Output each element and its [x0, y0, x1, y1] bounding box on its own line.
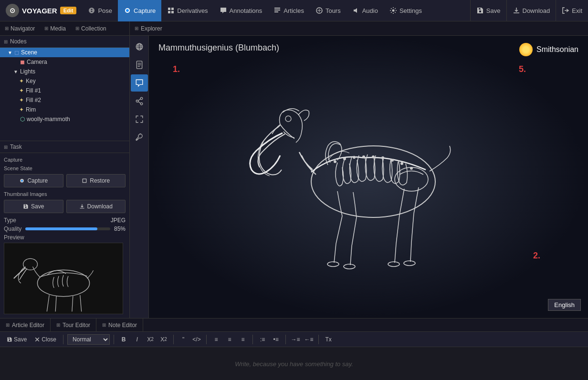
media-grid-icon: ⊞: [44, 26, 48, 31]
indent-button[interactable]: →≡: [290, 334, 301, 345]
svg-point-43: [344, 264, 355, 269]
preview-svg: [4, 243, 123, 314]
article-editor-grid-icon: ⊞: [6, 322, 10, 328]
svg-point-53: [353, 156, 356, 159]
tab-media-label: Media: [50, 25, 66, 32]
editor-toolbar: Save Close Normal Heading 1 Heading 2 He…: [0, 332, 588, 347]
nav-right-area: Save Download Exit: [470, 0, 588, 21]
superscript-button[interactable]: X2: [158, 334, 169, 345]
nav-annotations[interactable]: Annotations: [214, 0, 268, 21]
align-center-button[interactable]: ≡: [224, 334, 235, 345]
expand-icon[interactable]: [131, 111, 148, 128]
thumbnail-download-button[interactable]: Download: [66, 200, 126, 213]
svg-point-58: [400, 162, 403, 165]
exit-button[interactable]: Exit: [556, 0, 588, 21]
tree-item-scene[interactable]: ▼ ◻ Scene: [0, 48, 129, 57]
key-light-icon: ✦: [19, 78, 24, 84]
svg-point-49: [404, 261, 415, 266]
tree-item-camera[interactable]: ◼ Camera: [0, 57, 129, 67]
collection-grid-icon: ⊞: [75, 26, 79, 31]
tools-icon[interactable]: [131, 129, 148, 146]
tab-article-editor[interactable]: ⊞ Article Editor: [0, 318, 51, 331]
thumbnail-save-button[interactable]: Save: [4, 200, 63, 213]
type-row: Type JPEG: [4, 217, 126, 224]
left-panel: ⊞ Nodes ▼ ◻ Scene ◼ Camera ▼ Lights: [0, 36, 130, 318]
share-icon[interactable]: [131, 92, 148, 110]
nav-audio[interactable]: Audio: [346, 0, 384, 21]
svg-point-54: [362, 155, 365, 158]
download-button[interactable]: Download: [506, 0, 556, 21]
tab-note-editor[interactable]: ⊞ Note Editor: [96, 318, 143, 331]
svg-point-59: [410, 167, 413, 170]
svg-line-33: [138, 99, 140, 101]
svg-line-39: [334, 244, 336, 263]
editor-save-button[interactable]: Save: [4, 335, 30, 344]
tree-key-label: Key: [26, 78, 36, 84]
nav-tours[interactable]: Tours: [310, 0, 346, 21]
app-name: VOYAGER: [22, 7, 57, 15]
svg-line-45: [395, 244, 396, 263]
nav-pose[interactable]: Pose: [82, 0, 118, 21]
annotation-label-2: 2.: [533, 251, 540, 261]
editor-close-button[interactable]: Close: [32, 335, 59, 344]
chat-icon[interactable]: [131, 74, 148, 92]
align-right-button[interactable]: ≡: [237, 334, 249, 345]
tree-item-rim[interactable]: ✦ Rim: [0, 105, 129, 114]
restore-button[interactable]: Restore: [66, 174, 126, 187]
italic-button[interactable]: I: [131, 334, 143, 345]
tree-fill2-label: Fill #2: [26, 97, 41, 103]
align-left-button[interactable]: ≡: [210, 334, 222, 345]
thumbnail-download-label: Download: [87, 203, 113, 210]
tab-media[interactable]: ⊞ Media: [40, 21, 71, 35]
language-badge[interactable]: English: [548, 299, 581, 311]
save-label: Save: [486, 7, 501, 14]
subscript-button[interactable]: X2: [145, 334, 156, 345]
nav-articles[interactable]: Articles: [268, 0, 310, 21]
format-select[interactable]: Normal Heading 1 Heading 2 Heading 3: [67, 334, 110, 345]
bold-button[interactable]: B: [118, 334, 129, 345]
tree-lights-label: Lights: [20, 68, 35, 75]
svg-point-52: [343, 157, 346, 160]
svg-rect-6: [274, 8, 280, 9]
tab-tour-editor[interactable]: ⊞ Tour Editor: [51, 318, 96, 331]
thumbnail-save-label: Save: [31, 203, 44, 210]
svg-rect-4: [168, 11, 170, 13]
nav-settings[interactable]: Settings: [384, 0, 428, 21]
tree-item-fill1[interactable]: ✦ Fill #1: [0, 86, 129, 95]
exit-label: Exit: [572, 7, 582, 14]
clear-format-button[interactable]: Tx: [323, 334, 334, 345]
svg-point-50: [285, 116, 291, 122]
unordered-list-button[interactable]: •≡: [270, 334, 282, 345]
save-button[interactable]: Save: [470, 0, 506, 21]
tab-collection[interactable]: ⊞ Collection: [71, 21, 111, 35]
tree-item-key[interactable]: ✦ Key: [0, 76, 129, 86]
navigator-grid-icon: ⊞: [5, 26, 9, 31]
top-navigation: ⊙ VOYAGER Edit Pose Capture Derivatives …: [0, 0, 588, 21]
nav-capture[interactable]: Capture: [118, 0, 161, 21]
tree-item-mammoth[interactable]: ⬡ woolly-mammoth: [0, 114, 129, 124]
outdent-button[interactable]: ←≡: [303, 334, 315, 345]
edit-badge[interactable]: Edit: [60, 7, 77, 14]
code-button[interactable]: </>: [191, 334, 202, 345]
svg-point-51: [334, 160, 336, 163]
tab-collection-label: Collection: [81, 25, 106, 32]
smithsonian-sun-icon: [519, 43, 533, 56]
editor-content[interactable]: Write, because you have something to say…: [0, 347, 588, 380]
fill1-light-icon: ✦: [19, 87, 24, 94]
quality-value: 85%: [114, 226, 126, 232]
mammoth-3d-svg: [249, 70, 488, 284]
svg-rect-2: [168, 8, 170, 10]
document-icon[interactable]: [131, 56, 148, 73]
ordered-list-button[interactable]: :≡: [257, 334, 268, 345]
quote-button[interactable]: ": [178, 334, 189, 345]
tree-item-lights[interactable]: ▼ Lights: [0, 67, 129, 76]
quality-bar[interactable]: [25, 227, 110, 230]
tab-navigator[interactable]: ⊞ Navigator: [0, 21, 40, 35]
globe-icon[interactable]: [131, 38, 148, 55]
nav-derivatives[interactable]: Derivatives: [161, 0, 213, 21]
nav-capture-label: Capture: [134, 7, 156, 14]
tree-item-fill2[interactable]: ✦ Fill #2: [0, 95, 129, 105]
capture-scene-button[interactable]: Capture: [4, 174, 63, 187]
tree-mammoth-label: woolly-mammoth: [27, 116, 70, 123]
note-editor-grid-icon: ⊞: [102, 322, 106, 328]
